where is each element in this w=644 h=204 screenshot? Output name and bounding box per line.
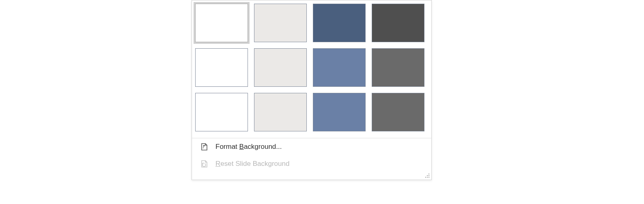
reset-slide-background-menu-item: Reset Slide Background: [192, 155, 431, 172]
background-style-2-1[interactable]: [195, 48, 248, 87]
background-style-2-4[interactable]: [372, 48, 424, 87]
background-styles-panel: Format Background... Reset Slide Backgro…: [192, 0, 432, 180]
svg-point-5: [429, 177, 429, 178]
background-style-1-1[interactable]: [195, 4, 248, 42]
background-style-3-4[interactable]: [372, 93, 424, 131]
reset-slide-background-label: Reset Slide Background: [215, 160, 289, 168]
resize-grip-icon: [425, 173, 430, 178]
background-style-2-3[interactable]: [313, 48, 366, 87]
background-style-3-3[interactable]: [313, 93, 366, 131]
swatch-row: [195, 48, 428, 87]
background-style-1-4[interactable]: [372, 4, 424, 42]
format-background-icon: [200, 142, 209, 151]
format-background-label: Format Background...: [215, 143, 282, 151]
svg-point-2: [429, 175, 429, 176]
background-style-2-2[interactable]: [254, 48, 307, 87]
background-style-3-1[interactable]: [195, 93, 248, 131]
svg-point-4: [427, 177, 428, 178]
svg-point-3: [425, 177, 426, 178]
svg-point-1: [427, 175, 428, 176]
resize-grip[interactable]: [192, 172, 431, 180]
svg-point-0: [429, 174, 429, 174]
background-style-1-3[interactable]: [313, 4, 366, 42]
swatch-row: [195, 4, 428, 42]
background-style-3-2[interactable]: [254, 93, 307, 131]
background-styles-grid: [192, 0, 431, 133]
background-style-1-2[interactable]: [254, 4, 307, 42]
swatch-row: [195, 93, 428, 131]
format-background-menu-item[interactable]: Format Background...: [192, 138, 431, 155]
reset-background-icon: [200, 159, 209, 168]
